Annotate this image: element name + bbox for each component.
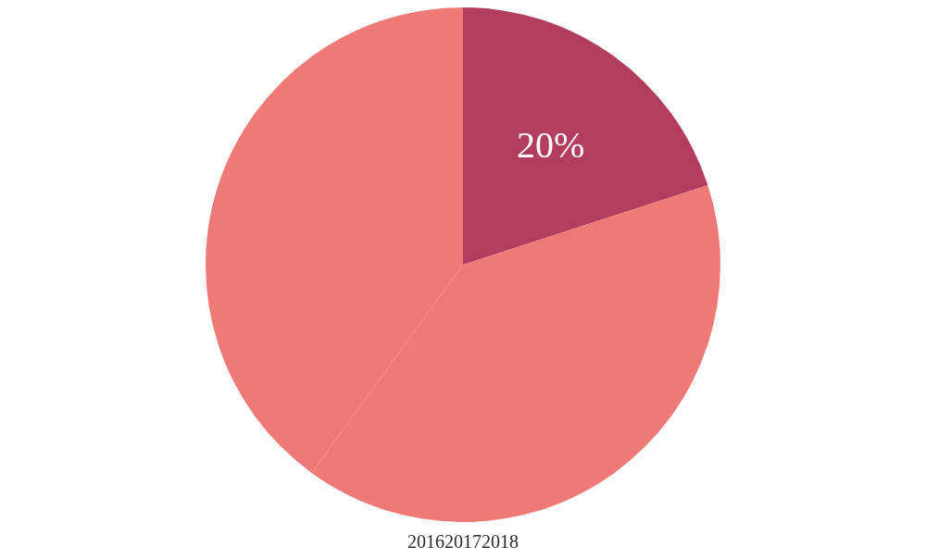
legend-item-2017: 2017 <box>444 531 482 552</box>
pie-chart-container: 20% 201620172018 <box>0 0 926 560</box>
pie-chart-svg <box>0 0 926 560</box>
legend-item-2018: 2018 <box>482 531 519 552</box>
pie-slice-label-2016: 20% <box>517 122 584 166</box>
pie-legend: 201620172018 <box>407 531 519 553</box>
legend-item-2016: 2016 <box>407 531 444 552</box>
